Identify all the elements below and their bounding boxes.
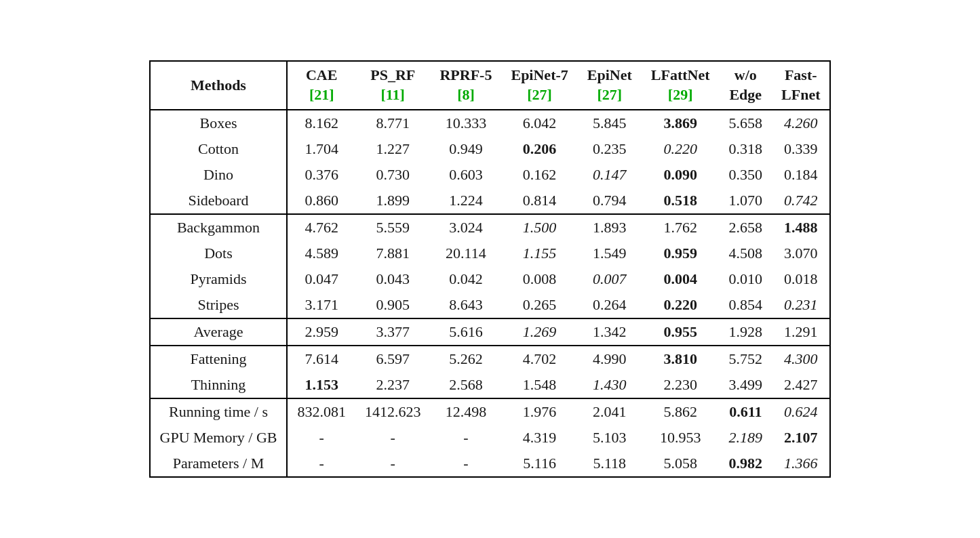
value-cell: 0.090	[642, 162, 720, 188]
table-row: Running time / s832.0811412.62312.4981.9…	[150, 398, 831, 425]
wo-edge-header: w/o Edge	[720, 61, 772, 109]
header-row: Methods CAE [21] PS_RF [11] RPRF-5 [8] E…	[150, 61, 831, 109]
value-cell: 5.862	[642, 398, 720, 425]
value-cell: 0.982	[720, 451, 772, 477]
value-cell: 0.008	[501, 266, 577, 292]
value-cell: 1.893	[578, 214, 642, 241]
value-cell: 1.500	[501, 214, 577, 241]
value-cell: 6.597	[355, 346, 431, 372]
value-cell: 0.959	[642, 241, 720, 266]
value-cell: 0.339	[772, 136, 830, 162]
value-cell: 8.771	[355, 110, 431, 136]
value-cell: 5.658	[720, 110, 772, 136]
value-cell: 1.153	[287, 372, 355, 398]
method-cell: Pyramids	[150, 266, 288, 292]
value-cell: 2.658	[720, 214, 772, 241]
value-cell: 0.220	[642, 292, 720, 318]
epinet-header: EpiNet [27]	[578, 61, 642, 109]
value-cell: 1.762	[642, 214, 720, 241]
value-cell: 4.300	[772, 346, 830, 372]
fast-lfnet-header: Fast- LFnet	[772, 61, 830, 109]
value-cell: -	[287, 425, 355, 451]
value-cell: -	[355, 425, 431, 451]
value-cell: 2.237	[355, 372, 431, 398]
value-cell: 0.047	[287, 266, 355, 292]
value-cell: 8.643	[430, 292, 501, 318]
value-cell: 0.350	[720, 162, 772, 188]
table-row: Boxes8.1628.77110.3336.0425.8453.8695.65…	[150, 110, 831, 136]
value-cell: -	[287, 451, 355, 477]
value-cell: 1.976	[501, 398, 577, 425]
value-cell: 5.058	[642, 451, 720, 477]
method-cell: Stripes	[150, 292, 288, 318]
value-cell: 3.024	[430, 214, 501, 241]
value-cell: 5.103	[578, 425, 642, 451]
value-cell: 0.235	[578, 136, 642, 162]
value-cell: 4.990	[578, 346, 642, 372]
method-cell: Cotton	[150, 136, 288, 162]
value-cell: 2.041	[578, 398, 642, 425]
value-cell: 0.318	[720, 136, 772, 162]
value-cell: 0.860	[287, 188, 355, 214]
value-cell: 10.333	[430, 110, 501, 136]
value-cell: 0.624	[772, 398, 830, 425]
value-cell: 1.549	[578, 241, 642, 266]
method-cell: Parameters / M	[150, 451, 288, 477]
method-cell: Sideboard	[150, 188, 288, 214]
value-cell: 2.189	[720, 425, 772, 451]
value-cell: 4.260	[772, 110, 830, 136]
value-cell: 4.319	[501, 425, 577, 451]
value-cell: 1.366	[772, 451, 830, 477]
value-cell: 2.230	[642, 372, 720, 398]
value-cell: 3.377	[355, 318, 431, 346]
value-cell: 20.114	[430, 241, 501, 266]
table-row: Dots4.5897.88120.1141.1551.5490.9594.508…	[150, 241, 831, 266]
method-cell: Backgammon	[150, 214, 288, 241]
value-cell: 0.603	[430, 162, 501, 188]
value-cell: 3.499	[720, 372, 772, 398]
value-cell: 1.704	[287, 136, 355, 162]
value-cell: 1.155	[501, 241, 577, 266]
value-cell: 0.794	[578, 188, 642, 214]
method-cell: Dino	[150, 162, 288, 188]
value-cell: 0.742	[772, 188, 830, 214]
value-cell: 0.010	[720, 266, 772, 292]
table-row: Fattening7.6146.5975.2624.7024.9903.8105…	[150, 346, 831, 372]
value-cell: 7.881	[355, 241, 431, 266]
value-cell: 0.018	[772, 266, 830, 292]
table-row: Sideboard0.8601.8991.2240.8140.7940.5181…	[150, 188, 831, 214]
value-cell: 0.814	[501, 188, 577, 214]
value-cell: 4.508	[720, 241, 772, 266]
value-cell: 6.042	[501, 110, 577, 136]
table-row: Parameters / M---5.1165.1185.0580.9821.3…	[150, 451, 831, 477]
value-cell: 0.730	[355, 162, 431, 188]
table-container: Methods CAE [21] PS_RF [11] RPRF-5 [8] E…	[136, 47, 845, 491]
value-cell: 0.162	[501, 162, 577, 188]
value-cell: 3.171	[287, 292, 355, 318]
value-cell: 0.042	[430, 266, 501, 292]
value-cell: 0.231	[772, 292, 830, 318]
value-cell: 1.342	[578, 318, 642, 346]
value-cell: 1.291	[772, 318, 830, 346]
method-cell: GPU Memory / GB	[150, 425, 288, 451]
value-cell: 5.116	[501, 451, 577, 477]
value-cell: 5.616	[430, 318, 501, 346]
value-cell: -	[430, 425, 501, 451]
value-cell: 5.262	[430, 346, 501, 372]
lfattnet-header: LFattNet [29]	[642, 61, 720, 109]
table-row: Average2.9593.3775.6161.2691.3420.9551.9…	[150, 318, 831, 346]
value-cell: 0.955	[642, 318, 720, 346]
method-cell: Running time / s	[150, 398, 288, 425]
methods-header: Methods	[150, 61, 288, 109]
value-cell: -	[355, 451, 431, 477]
value-cell: 5.845	[578, 110, 642, 136]
value-cell: 7.614	[287, 346, 355, 372]
value-cell: 2.568	[430, 372, 501, 398]
value-cell: 1.899	[355, 188, 431, 214]
value-cell: 1.430	[578, 372, 642, 398]
table-row: Thinning1.1532.2372.5681.5481.4302.2303.…	[150, 372, 831, 398]
value-cell: 0.264	[578, 292, 642, 318]
method-cell: Fattening	[150, 346, 288, 372]
value-cell: 1412.623	[355, 398, 431, 425]
value-cell: 0.206	[501, 136, 577, 162]
